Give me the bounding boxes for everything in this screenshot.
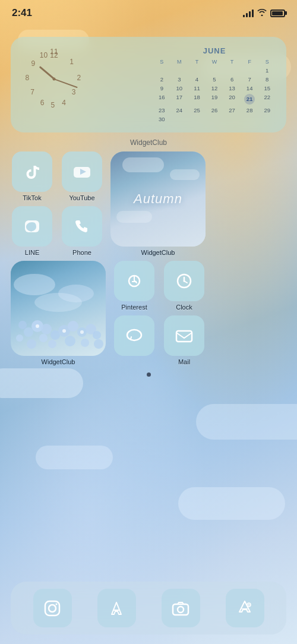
app-pinterest[interactable]: Pinterest [113,261,156,311]
app-tiktok[interactable]: TikTok [11,151,53,201]
cal-header-t2: T [223,58,241,65]
tiktok-icon[interactable] [12,151,52,192]
svg-point-22 [80,330,84,334]
cal-day-22: 22 [258,93,276,105]
cal-empty [223,66,241,74]
clock-label: Clock [176,304,192,311]
flower-widget[interactable] [11,261,106,356]
youtube-label: YouTube [69,194,94,201]
messages-icon[interactable] [114,315,154,356]
app-clock[interactable]: Clock [163,261,206,311]
dock-instagram[interactable] [33,589,72,627]
svg-point-31 [184,280,185,282]
clock-icon[interactable] [164,261,204,301]
status-bar: 2:41 [0,0,297,26]
cal-day-25: 25 [188,106,206,114]
autumn-widget-inner: Autumn [110,151,206,247]
cal-day-27: 27 [223,106,241,114]
clock-face: 12 1 2 3 4 5 6 7 8 9 10 11 [21,46,87,112]
mail-icon[interactable] [164,315,204,356]
cal-day-15: 15 [258,84,276,92]
cal-header-f: F [241,58,258,65]
cal-day-26: 26 [206,106,223,114]
svg-point-32 [127,330,141,340]
calendar-grid: S M T W T F S 1 2 3 4 5 6 [153,58,276,123]
clock-hands [21,46,87,112]
svg-point-39 [178,607,184,613]
svg-point-16 [48,340,56,348]
cal-day-12: 12 [206,84,223,92]
svg-point-17 [65,336,75,346]
svg-point-13 [93,331,101,339]
cal-day-6: 6 [223,75,241,83]
autumn-text: Autumn [134,191,182,207]
top-widget: 12 1 2 3 4 5 6 7 8 9 10 11 [11,37,286,132]
svg-point-35 [49,605,56,612]
cal-empty [241,66,258,74]
mixed-row: WidgetClub Pinterest [11,261,286,365]
battery-fill [272,11,283,15]
widget-cloud-2 [170,169,200,180]
svg-point-8 [39,334,48,342]
app-phone[interactable]: Phone [61,206,103,256]
svg-point-36 [56,603,58,605]
dock-camera[interactable] [162,589,200,627]
cal-day-10: 10 [171,84,188,92]
cal-day-19: 19 [206,93,223,105]
cal-empty [241,115,258,123]
youtube-icon[interactable] [62,151,102,192]
cal-day-11: 11 [188,84,206,92]
calendar-widget: JUNE S M T W T F S 1 2 3 [153,46,276,123]
autumn-widget[interactable]: Autumn [110,151,206,247]
dock-appstore[interactable] [97,589,136,627]
clock-center [53,78,56,81]
cal-empty [206,115,223,123]
pinterest-clock-row: Pinterest Clock [113,261,206,311]
clock-widget: 12 1 2 3 4 5 6 7 8 9 10 11 [21,46,144,123]
cal-day-29: 29 [258,106,276,114]
right-apps-col: Pinterest Clock [113,261,206,365]
app-messages[interactable] [113,315,156,365]
cal-day-4: 4 [188,75,206,83]
cal-empty [258,115,276,123]
cal-day-7: 7 [241,75,258,83]
cal-day-16: 16 [153,93,170,105]
app-youtube[interactable]: YouTube [61,151,103,201]
svg-point-25 [34,293,82,312]
app-line[interactable]: LINE [11,206,53,256]
widgetclub-section-label: WidgetClub [11,138,286,147]
cal-day-24: 24 [171,106,188,114]
cal-day-13: 13 [223,84,241,92]
cal-day-1: 1 [258,66,276,74]
cal-day-14: 14 [241,84,258,92]
cal-day-8: 8 [258,75,276,83]
cal-day-20: 20 [223,93,241,105]
svg-point-5 [18,321,27,329]
cal-empty [188,115,206,123]
minute-hand [54,78,78,88]
cal-today: 21 [244,94,255,105]
app-mail[interactable]: Mail [163,315,206,365]
signal-bars-icon [243,9,254,17]
line-icon[interactable] [12,206,52,247]
svg-rect-38 [173,604,188,615]
flower-widget-label: WidgetClub [42,358,75,365]
pinterest-icon[interactable] [114,261,154,301]
page-dot-1 [147,372,151,377]
signal-bar-3 [249,11,251,17]
svg-rect-34 [45,601,59,615]
hour-hand [39,66,55,79]
svg-point-18 [81,339,89,347]
dock-appstore2[interactable] [226,589,264,627]
cal-day-18: 18 [188,93,206,105]
phone-icon[interactable] [62,206,102,247]
cal-day-2: 2 [153,75,170,83]
mail-label: Mail [178,358,190,365]
cal-day-28: 28 [241,106,258,114]
cal-header-m: M [171,58,188,65]
signal-bar-2 [246,13,248,17]
cal-day-17: 17 [171,93,188,105]
signal-bar-4 [252,10,254,17]
phone-label: Phone [72,249,91,256]
cal-empty [153,66,170,74]
